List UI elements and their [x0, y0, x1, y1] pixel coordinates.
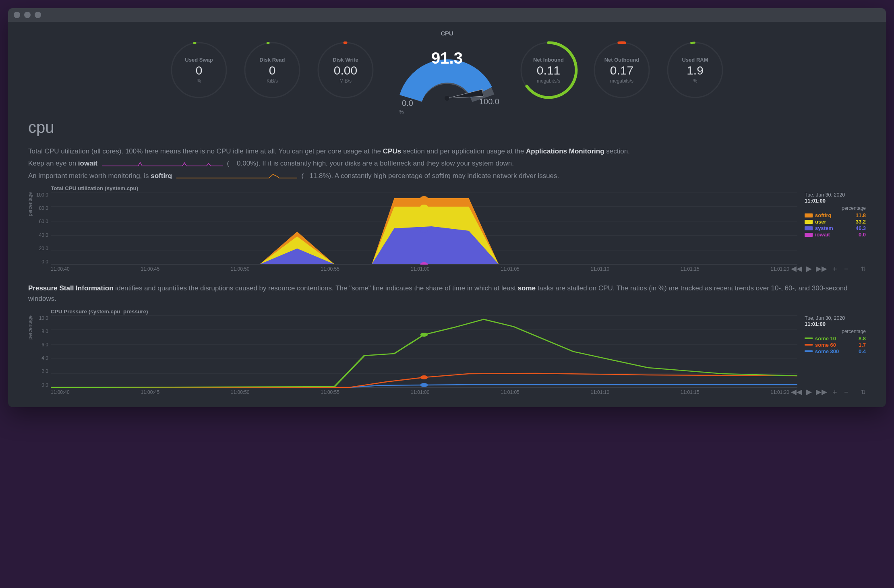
chart-cpu-utilization: Total CPU utilization (system.cpu) perce… — [28, 185, 866, 272]
gauge-net-inbound[interactable]: Net Inbound 0.11 megabits/s — [516, 38, 581, 102]
y-tick: 80.0 — [39, 205, 48, 211]
window-close-icon[interactable] — [14, 12, 20, 18]
svg-point-7 — [445, 96, 449, 101]
legend-item[interactable]: user33.2 — [805, 219, 866, 225]
legend-value: 1.7 — [859, 342, 866, 348]
gauge-used-ram[interactable]: Used RAM 1.9 % — [663, 38, 727, 102]
psi-description: Pressure Stall Information identifies an… — [28, 283, 866, 304]
gauge-used-swap[interactable]: Used Swap 0 % — [167, 38, 231, 102]
svg-point-1 — [167, 38, 231, 102]
x-tick: 11:01:20 — [770, 266, 789, 272]
gauge-max: 100.0 — [479, 97, 499, 106]
legend-name: system — [815, 225, 833, 231]
legend-name: some 300 — [815, 348, 839, 354]
fast-forward-icon[interactable]: ▶▶ — [816, 387, 827, 396]
svg-point-10 — [592, 40, 652, 100]
legend-swatch-icon — [805, 350, 813, 352]
text: identifies and quantifies the disruption… — [114, 284, 518, 292]
legend-item[interactable]: some 601.7 — [805, 342, 866, 348]
x-tick: 11:01:05 — [501, 266, 519, 272]
dashboard-content: Used Swap 0 % Disk Read 0 KiB/s Disk Wri… — [8, 22, 886, 407]
gauge-label: CPU — [387, 30, 507, 37]
zoom-in-icon[interactable]: ＋ — [831, 264, 838, 273]
link-cpus[interactable]: CPUs — [383, 147, 401, 155]
legend-date: Tue, Jun 30, 2020 — [805, 315, 866, 321]
x-tick: 11:01:10 — [590, 266, 609, 272]
svg-point-9 — [594, 43, 649, 97]
gauge-value: 91.3 — [387, 49, 507, 67]
gauge-unit: % — [399, 109, 404, 115]
x-tick: 11:00:45 — [141, 389, 159, 395]
play-icon[interactable]: ▶ — [806, 264, 812, 273]
y-axis-label: percentage — [27, 315, 33, 340]
gauge-disk-write[interactable]: Disk Write 0.00 MiB/s — [313, 38, 378, 102]
gauge-cpu[interactable]: CPU 91.3 0.0 100.0 % — [387, 30, 507, 110]
link-applications-monitoring[interactable]: Applications Monitoring — [526, 147, 604, 155]
window-maximize-icon[interactable] — [35, 12, 41, 18]
legend-name: user — [815, 219, 826, 225]
legend-swatch-icon — [805, 233, 813, 237]
legend-item[interactable]: system46.3 — [805, 225, 866, 231]
x-tick: 11:01:10 — [590, 389, 609, 395]
svg-point-11 — [668, 43, 722, 97]
legend-name: some 10 — [815, 335, 836, 342]
chart-controls: ◀◀ ▶ ▶▶ ＋ － ⇅ — [791, 264, 866, 273]
sparkline-iowait — [102, 161, 223, 167]
y-tick: 4.0 — [41, 355, 48, 361]
legend-item[interactable]: some 3000.4 — [805, 348, 866, 354]
zoom-out-icon[interactable]: － — [842, 387, 850, 397]
x-tick: 11:00:50 — [231, 266, 250, 272]
resize-icon[interactable]: ⇅ — [861, 389, 866, 395]
fast-forward-icon[interactable]: ▶▶ — [816, 264, 827, 273]
legend-value: 0.0 — [859, 232, 866, 238]
text: ). A constantly high percentage of softi… — [329, 172, 559, 180]
gauge-net-outbound[interactable]: Net Outbound 0.17 megabits/s — [590, 38, 654, 102]
softirq-value: 11.8% — [309, 172, 329, 180]
chart-legend: Tue, Jun 30, 2020 11:01:00 percentage so… — [797, 315, 866, 388]
y-tick: 60.0 — [39, 219, 48, 224]
x-tick: 11:01:15 — [681, 266, 699, 272]
svg-point-31 — [420, 383, 428, 387]
legend-header: percentage — [805, 205, 866, 211]
y-tick: 6.0 — [41, 342, 48, 348]
y-tick: 40.0 — [39, 232, 48, 238]
x-tick: 11:00:55 — [321, 266, 339, 272]
resize-icon[interactable]: ⇅ — [861, 265, 866, 272]
section-title: cpu — [28, 118, 866, 137]
text: An important metric worth monitoring, is — [28, 172, 151, 180]
legend-swatch-icon — [805, 344, 813, 346]
svg-point-12 — [664, 39, 726, 101]
chart-plot-area[interactable] — [51, 192, 797, 265]
legend-name: iowait — [815, 232, 830, 238]
legend-item[interactable]: softirq11.8 — [805, 212, 866, 218]
rewind-icon[interactable]: ◀◀ — [791, 387, 802, 396]
legend-value: 33.2 — [856, 219, 866, 225]
svg-point-30 — [420, 375, 428, 379]
x-tick: 11:00:40 — [51, 389, 70, 395]
svg-point-29 — [420, 333, 428, 337]
legend-item[interactable]: iowait0.0 — [805, 232, 866, 238]
play-icon[interactable]: ▶ — [806, 387, 812, 396]
legend-item[interactable]: some 108.8 — [805, 335, 866, 342]
rewind-icon[interactable]: ◀◀ — [791, 264, 802, 273]
zoom-out-icon[interactable]: － — [842, 264, 850, 273]
text: section. — [604, 147, 630, 155]
description-line-1: Total CPU utilization (all cores). 100% … — [28, 146, 866, 157]
svg-point-19 — [420, 196, 428, 200]
y-tick: 0.0 — [41, 259, 48, 265]
svg-point-20 — [420, 205, 428, 209]
gauges-row: Used Swap 0 % Disk Read 0 KiB/s Disk Wri… — [28, 30, 866, 110]
description-line-3: An important metric worth monitoring, is… — [28, 171, 866, 181]
chart-controls: ◀◀ ▶ ▶▶ ＋ － ⇅ — [791, 387, 866, 397]
window-minimize-icon[interactable] — [24, 12, 31, 18]
gauge-disk-read[interactable]: Disk Read 0 KiB/s — [240, 38, 304, 102]
x-tick: 11:00:55 — [321, 389, 339, 395]
svg-point-0 — [172, 43, 226, 97]
gauge-min: 0.0 — [402, 99, 413, 108]
legend-time: 11:01:00 — [805, 321, 866, 327]
link-pressure-stall[interactable]: Pressure Stall Information — [28, 284, 114, 292]
description-line-2: Keep an eye on iowait ( 0.00%). If it is… — [28, 158, 866, 169]
chart-plot-area[interactable] — [51, 315, 797, 388]
text-some: some — [518, 284, 536, 292]
zoom-in-icon[interactable]: ＋ — [831, 387, 838, 397]
